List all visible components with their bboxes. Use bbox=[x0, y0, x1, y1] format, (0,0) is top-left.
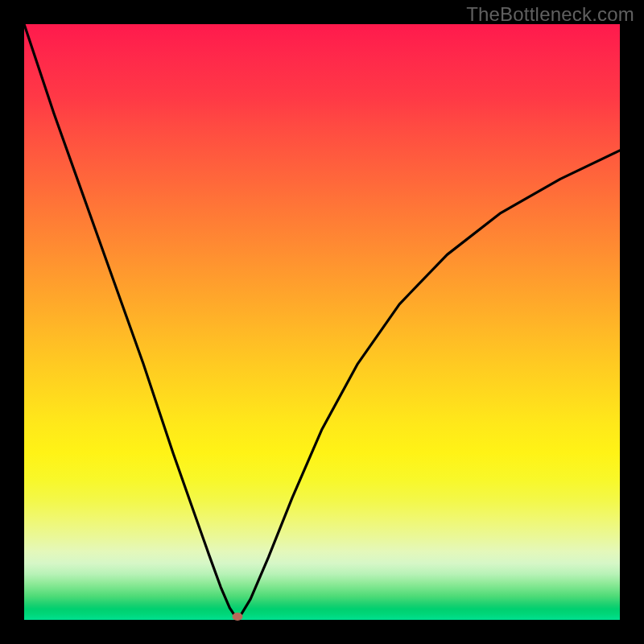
bottleneck-curve bbox=[24, 24, 620, 620]
watermark-text: TheBottleneck.com bbox=[466, 3, 634, 26]
minimum-marker bbox=[232, 613, 242, 621]
curve-path bbox=[24, 24, 620, 620]
plot-area bbox=[24, 24, 620, 620]
stage: TheBottleneck.com bbox=[0, 0, 644, 644]
